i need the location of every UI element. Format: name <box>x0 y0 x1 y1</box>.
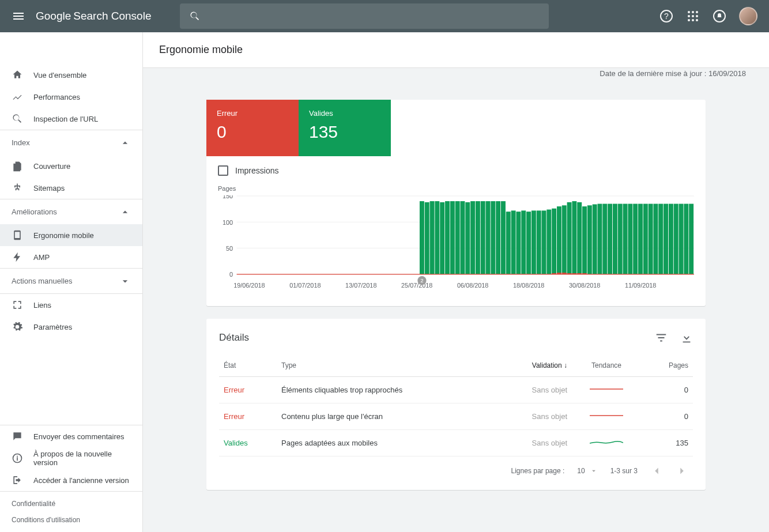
details-card: Détails État Type Validation ↓ Tendance … <box>206 319 706 490</box>
svg-rect-36 <box>496 201 500 274</box>
chevron-up-icon <box>119 137 131 149</box>
svg-text:30/08/2018: 30/08/2018 <box>569 282 600 289</box>
impressions-checkbox[interactable] <box>218 165 228 176</box>
svg-rect-66 <box>613 204 617 274</box>
sidebar-item-amp[interactable]: AMP <box>0 246 142 268</box>
table-pager: Lignes par page : 10 1-3 sur 3 <box>219 456 693 485</box>
last-update: Date de la dernière mise à jour : 16/09/… <box>143 69 746 78</box>
menu-icon[interactable] <box>12 9 25 23</box>
col-type[interactable]: Type <box>277 354 496 377</box>
svg-text:13/07/2018: 13/07/2018 <box>345 282 376 289</box>
sidebar-item-sitemaps[interactable]: Sitemaps <box>0 177 142 199</box>
col-tendance[interactable]: Tendance <box>572 354 641 377</box>
svg-rect-41 <box>521 210 526 274</box>
links-icon <box>12 299 23 311</box>
svg-rect-44 <box>537 210 541 274</box>
footer-terms[interactable]: Conditions d'utilisation <box>12 516 80 524</box>
footer-links: Confidentialité Conditions d'utilisation <box>0 491 142 532</box>
rows-per-page-select[interactable]: 10 <box>577 467 597 475</box>
table-row[interactable]: ErreurÉléments cliquables trop rapproché… <box>219 377 693 403</box>
svg-rect-51 <box>562 205 567 274</box>
help-icon[interactable]: ? <box>659 9 673 23</box>
svg-rect-59 <box>582 206 587 274</box>
svg-rect-69 <box>628 204 632 274</box>
filter-icon[interactable] <box>655 331 668 344</box>
svg-rect-46 <box>546 210 551 274</box>
svg-rect-34 <box>486 201 491 274</box>
sitemap-icon <box>12 182 23 194</box>
svg-rect-25 <box>440 202 444 274</box>
sidebar-item-acc-der-l-ancienne-version[interactable]: Accéder à l'ancienne version <box>0 469 142 491</box>
page-header: Ergonomie mobile <box>143 32 769 68</box>
section-index[interactable]: Index <box>0 130 142 155</box>
col-etat[interactable]: État <box>219 354 277 377</box>
avatar[interactable] <box>739 7 757 25</box>
svg-point-3 <box>692 11 694 13</box>
svg-rect-35 <box>491 201 495 274</box>
chevron-up-icon <box>119 206 131 218</box>
svg-rect-72 <box>643 204 648 274</box>
sidebar-item-inspection-de-l-url[interactable]: Inspection de l'URL <box>0 108 142 130</box>
sidebar-item-couverture[interactable]: Couverture <box>0 155 142 177</box>
table-row[interactable]: ValidesPages adaptées aux mobilesSans ob… <box>219 430 693 456</box>
sidebar-item-envoyer-des-commentaires[interactable]: Envoyer des commentaires <box>0 425 142 447</box>
col-pages[interactable]: Pages <box>641 354 693 377</box>
svg-rect-55 <box>572 201 576 274</box>
svg-rect-38 <box>506 212 511 274</box>
svg-text:150: 150 <box>223 195 233 199</box>
svg-rect-37 <box>501 201 506 274</box>
svg-point-6 <box>692 15 694 17</box>
comment-icon <box>12 431 23 442</box>
sidebar-item--propos-de-la-nouvelle-version[interactable]: À propos de la nouvelle version <box>0 447 142 469</box>
sidebar-item-performances[interactable]: Performances <box>0 86 142 108</box>
download-icon[interactable] <box>680 331 693 344</box>
svg-rect-27 <box>450 201 455 274</box>
svg-point-2 <box>688 11 690 13</box>
sidebar-item-vue-d-ensemble[interactable]: Vue d'ensemble <box>0 64 142 86</box>
pages-chart: 05010015019/06/201801/07/201813/07/20182… <box>218 195 694 290</box>
svg-rect-33 <box>481 201 485 274</box>
svg-rect-75 <box>658 204 663 274</box>
sidebar-item-liens[interactable]: Liens <box>0 294 142 316</box>
svg-text:2: 2 <box>420 277 423 284</box>
search-input[interactable] <box>180 3 549 29</box>
mobile-icon <box>12 229 23 241</box>
svg-rect-43 <box>531 210 536 274</box>
svg-rect-28 <box>455 201 460 274</box>
svg-rect-39 <box>511 210 516 274</box>
svg-text:11/09/2018: 11/09/2018 <box>625 282 656 289</box>
svg-rect-31 <box>470 201 475 274</box>
svg-rect-32 <box>476 201 480 274</box>
footer-privacy[interactable]: Confidentialité <box>12 500 55 508</box>
details-table: État Type Validation ↓ Tendance Pages Er… <box>219 354 693 456</box>
apps-icon[interactable] <box>686 9 700 23</box>
svg-rect-78 <box>674 204 678 274</box>
svg-text:50: 50 <box>226 245 233 252</box>
bolt-icon <box>12 251 23 263</box>
svg-rect-62 <box>593 204 597 274</box>
section-actions-manuelles[interactable]: Actions manuelles <box>0 268 142 293</box>
svg-rect-68 <box>623 204 628 274</box>
section-ameliorations[interactable]: Améliorations <box>0 199 142 224</box>
sidebar-item-param-tres[interactable]: Paramètres <box>0 316 142 338</box>
next-page-icon[interactable] <box>676 465 688 477</box>
svg-point-4 <box>696 11 698 13</box>
status-tab-valid[interactable]: Valides 135 <box>299 100 391 156</box>
svg-rect-45 <box>542 210 546 274</box>
svg-rect-76 <box>664 204 668 274</box>
col-validation[interactable]: Validation ↓ <box>496 354 572 377</box>
prev-page-icon[interactable] <box>650 465 663 477</box>
home-icon <box>12 69 23 81</box>
svg-point-7 <box>696 15 698 17</box>
sidebar-item-ergonomie-mobile[interactable]: Ergonomie mobile <box>0 224 142 246</box>
svg-rect-74 <box>653 204 658 274</box>
y-axis-label: Pages <box>218 185 694 192</box>
svg-point-9 <box>692 19 694 21</box>
svg-rect-23 <box>430 201 435 274</box>
logo: Google Search Console <box>36 10 151 22</box>
notifications-icon[interactable] <box>713 9 726 23</box>
svg-rect-53 <box>567 202 572 274</box>
table-row[interactable]: ErreurContenu plus large que l'écranSans… <box>219 403 693 430</box>
gear-icon <box>12 321 23 333</box>
status-tab-error[interactable]: Erreur 0 <box>206 100 299 156</box>
